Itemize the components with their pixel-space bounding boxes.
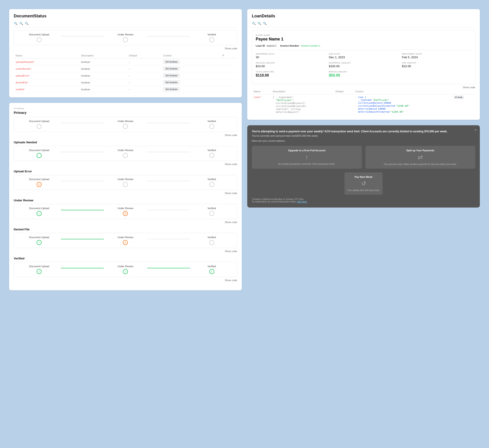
prop-extra-4 xyxy=(220,79,237,86)
modal-options: Upgrade to a Free Full Account ↑ No week… xyxy=(252,146,475,169)
table-row: deniedFile* boolean - Set boolean xyxy=(14,79,237,86)
deferral-amount-value: $100.00 xyxy=(329,64,399,68)
document-status-title: DocumentStatus xyxy=(14,14,237,18)
loan-id-key: Loan ID xyxy=(256,44,265,47)
set-boolean-btn-1[interactable]: Set boolean xyxy=(163,60,179,64)
modal-option-upgrade-title: Upgrade to a Free Full Account xyxy=(254,149,359,152)
modal-close-btn[interactable]: × xyxy=(475,128,477,132)
story-title-error: Upload Error xyxy=(14,170,237,173)
story-step-1: Document Upload xyxy=(18,120,61,129)
story-title-denied: Denied File xyxy=(14,228,237,231)
show-code-uploads[interactable]: Show code xyxy=(14,163,237,166)
raw-btn[interactable]: 👁 RAW xyxy=(454,96,464,99)
loan-field-deferred-days: DEFERRED DAYS 30 xyxy=(256,53,325,59)
document-status-toolbar: 🔍 🔍 🔍 xyxy=(14,21,237,27)
stories-card: STORIES Primary Document Upload Under Re… xyxy=(9,103,242,290)
loan-prop-default: - xyxy=(334,94,353,115)
modal-option-next-week[interactable]: Pay Next Week ↺ Your weekly limit will h… xyxy=(344,172,383,195)
invoice-number-key: Invoice Number xyxy=(280,44,299,47)
ue-label-1: Document Upload xyxy=(29,178,49,181)
story-step-2: Under Review xyxy=(104,120,147,129)
story-primary: Document Upload Under Review Verified Sh… xyxy=(14,117,237,136)
step-document-upload: Document Upload xyxy=(18,33,61,42)
clock-icon: ↺ xyxy=(347,180,380,187)
loan-zoom-out-icon[interactable]: 🔍 xyxy=(252,21,256,25)
zoom-in-icon[interactable]: 🔍 xyxy=(25,21,29,25)
un-circle-3 xyxy=(209,153,214,158)
un-label-2: Under Review xyxy=(118,149,133,152)
show-code-primary[interactable]: Show code xyxy=(14,134,237,136)
step-circle-1 xyxy=(37,37,42,42)
loan-field-repaid-amount: REPAID AMOUNT $50.00 xyxy=(329,71,399,78)
deferral-amount-label: DEFERRAL AMOUNT xyxy=(329,62,399,64)
prop-default-2: - xyxy=(127,65,162,72)
ur-circle-3 xyxy=(209,211,214,216)
story-circle-2 xyxy=(123,124,128,129)
df-label-3: Verified xyxy=(207,236,216,239)
loan-show-code[interactable]: Show code xyxy=(252,86,475,89)
step-label-2: Under Review xyxy=(118,33,133,36)
payee-label: PAYEE NAME xyxy=(256,34,471,36)
set-boolean-btn-5[interactable]: Set boolean xyxy=(163,87,179,91)
prop-name-1: uploadsNeeded* xyxy=(14,58,79,65)
story-connector-1 xyxy=(61,123,104,123)
modal-option-upgrade-desc: No weekly transaction send limit. Only t… xyxy=(254,163,359,165)
ue-circle-2 xyxy=(123,182,128,187)
modal-footer-link[interactable]: click here. xyxy=(297,200,307,203)
show-code-error[interactable]: Show code xyxy=(14,192,237,194)
prop-name-5: verified* xyxy=(14,86,79,93)
story-circle-3 xyxy=(209,124,214,129)
loan-prop-desc: { __typename?: "OatFiLoan"; currentLoanB… xyxy=(271,94,334,115)
invoice-number-item: Invoice Number invoice-number-1 xyxy=(280,44,320,47)
invoice-number-val: invoice-number-1 xyxy=(301,44,320,47)
loan-zoom-reset-icon[interactable]: 🔍 xyxy=(257,21,261,25)
step-label-1: Document Upload xyxy=(29,33,49,36)
modal-option-split[interactable]: Split up Your Payments ⇌ Pay {amount now… xyxy=(366,146,475,169)
v-conn-2 xyxy=(147,268,190,268)
step-verified: Verified xyxy=(190,33,233,42)
zoom-out-icon[interactable]: 🔍 xyxy=(14,21,18,25)
loan-prop-raw: 👁 RAW xyxy=(452,94,475,115)
due-date-value: Dec 1, 2023 xyxy=(329,56,399,59)
set-boolean-btn-4[interactable]: Set boolean xyxy=(163,80,179,84)
set-boolean-btn-2[interactable]: Set boolean xyxy=(163,67,179,71)
show-code-verified[interactable]: Show code xyxy=(14,279,237,282)
prop-type-2: boolean xyxy=(79,65,127,72)
modal-footer-2: To understand our current transaction li… xyxy=(252,200,475,203)
set-boolean-btn-3[interactable]: Set boolean xyxy=(163,74,179,78)
ue-step-3: Verified xyxy=(190,178,233,187)
prop-control-5: Set boolean xyxy=(162,86,220,93)
show-code-denied[interactable]: Show code xyxy=(14,250,237,253)
show-code-review[interactable]: Show code xyxy=(14,221,237,224)
df-conn-2 xyxy=(147,239,190,239)
show-code-btn-main[interactable]: Show code xyxy=(14,47,237,50)
split-icon: ⇌ xyxy=(368,154,473,161)
prop-name-2: underReview* xyxy=(14,65,79,72)
modal-option-split-title: Split up Your Payments xyxy=(368,149,473,152)
prop-extra-5 xyxy=(220,86,237,93)
table-row: underReview* boolean - Set boolean xyxy=(14,65,237,72)
v-circle-2: ✓ xyxy=(123,269,128,274)
story-title-verified: Verified xyxy=(14,257,237,260)
loan-field-invoice-amount: INVOICE AMOUNT $10.00 xyxy=(256,62,325,68)
loan-meta-row: Loan ID load-id-1 Invoice Number invoice… xyxy=(256,44,471,47)
modal-footer-1: *A week is defined as Monday to Sunday U… xyxy=(252,198,475,200)
story-connector-2 xyxy=(147,123,190,123)
verified-stepper: Document Upload ✓ Under Review ✓ Verifie… xyxy=(14,262,237,277)
prop-type-4: boolean xyxy=(79,79,127,86)
story-step-label-3: Verified xyxy=(207,120,216,122)
total-with-fee-value: $110.00 xyxy=(256,73,325,78)
table-row: verified* boolean - Set boolean xyxy=(14,86,237,93)
prop-default-3: - xyxy=(127,72,162,79)
ue-conn-1 xyxy=(61,181,104,181)
ur-label-3: Verified xyxy=(207,207,216,210)
loan-col-name: Name xyxy=(252,89,271,94)
ur-conn-2 xyxy=(147,210,190,210)
zoom-reset-icon[interactable]: 🔍 xyxy=(19,21,23,25)
prop-extra-3 xyxy=(220,72,237,79)
modal-option-upgrade[interactable]: Upgrade to a Free Full Account ↑ No week… xyxy=(252,146,362,169)
modal-footer: *A week is defined as Monday to Sunday U… xyxy=(252,198,475,203)
repayment-date-label: REPAYMENT DATE xyxy=(402,53,471,55)
story-step-3: Verified xyxy=(190,120,233,129)
loan-zoom-in-icon[interactable]: 🔍 xyxy=(263,21,267,25)
